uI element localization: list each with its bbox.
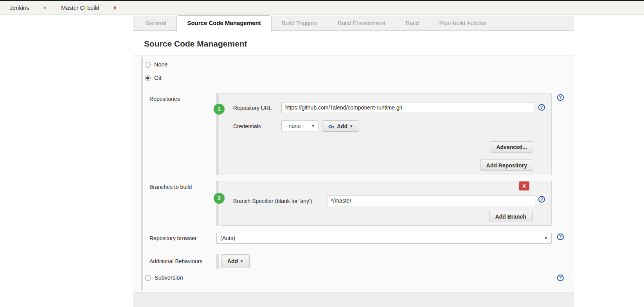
radio-none-label: None [154, 61, 168, 68]
delete-branch-button[interactable]: X [519, 181, 529, 190]
credentials-label: Credentials [233, 123, 261, 129]
page-title: Source Code Management [144, 39, 247, 48]
repository-browser-select[interactable]: (Auto) ▼ [216, 233, 552, 244]
chevron-right-icon[interactable] [114, 6, 117, 10]
add-behaviour-button[interactable]: Add ▼ [221, 254, 250, 268]
git-help-icon[interactable]: ? [557, 94, 564, 101]
radio-git[interactable] [145, 75, 151, 81]
repository-browser-help-icon[interactable]: ? [557, 233, 564, 240]
breadcrumb: Jenkins Master CI build [0, 1, 644, 15]
credentials-selected-value: - none - [285, 123, 304, 129]
section-indent-bar [141, 57, 143, 290]
branches-fieldset: X Branch Specifier (blank for 'any') ? A… [220, 181, 552, 226]
breadcrumb-jenkins-link[interactable]: Jenkins [10, 5, 29, 11]
repository-browser-selected-value: (Auto) [220, 235, 235, 241]
tab-build[interactable]: Build [396, 16, 429, 31]
repository-browser-label: Repository browser [149, 235, 197, 241]
chevron-right-icon [44, 6, 46, 10]
caret-down-icon: ▼ [240, 259, 243, 263]
config-content: Source Code Management None Git Reposito… [133, 31, 574, 307]
repositories-label: Repositories [149, 96, 180, 102]
branch-specifier-label: Branch Specifier (blank for 'any') [233, 198, 312, 204]
tab-build-environment[interactable]: Build Environment [327, 16, 396, 31]
repository-url-input[interactable] [281, 102, 534, 113]
repository-url-help-icon[interactable]: ? [538, 104, 545, 111]
branch-specifier-input[interactable] [327, 195, 535, 206]
caret-down-icon: ▼ [349, 124, 353, 128]
advanced-button[interactable]: Advanced... [490, 141, 533, 153]
bottom-bar [133, 293, 574, 307]
branches-to-build-label: Branches to build [149, 184, 192, 190]
tab-post-build-actions[interactable]: Post-build Actions [429, 16, 496, 31]
repository-url-label: Repository URL [233, 105, 272, 111]
repository-fieldset: Repository URL ? Credentials - none - ▼ … [220, 93, 552, 175]
radio-none[interactable] [145, 62, 151, 68]
subversion-help-icon[interactable]: ? [557, 275, 564, 281]
key-icon [328, 123, 335, 129]
tab-source-code-management[interactable]: Source Code Management [176, 15, 271, 31]
branch-specifier-help-icon[interactable]: ? [538, 196, 545, 203]
step-badge-1: 1 [214, 104, 225, 115]
breadcrumb-job-link[interactable]: Master CI build [61, 5, 99, 11]
jenkins-config-page: Jenkins Master CI build General Source C… [0, 0, 644, 307]
tab-build-triggers[interactable]: Build Triggers [272, 16, 328, 31]
scm-option-subversion[interactable]: Subversion [145, 275, 183, 281]
radio-git-label: Git [154, 75, 162, 81]
additional-behaviours-label: Additional Behaviours [149, 258, 202, 264]
behaviours-indent-bar [216, 254, 219, 269]
chevron-down-icon: ▼ [540, 236, 548, 240]
add-credentials-label: Add [337, 123, 347, 129]
scm-option-none[interactable]: None [145, 61, 168, 68]
radio-subversion[interactable] [145, 275, 151, 281]
config-tab-bar: General Source Code Management Build Tri… [133, 16, 574, 31]
radio-subversion-label: Subversion [155, 275, 183, 281]
add-credentials-button[interactable]: Add ▼ [322, 120, 359, 132]
chevron-down-icon: ▼ [308, 124, 315, 128]
scm-option-git[interactable]: Git [145, 75, 162, 81]
add-repository-button[interactable]: Add Repository [480, 160, 533, 171]
add-branch-button[interactable]: Add Branch [489, 211, 532, 222]
step-badge-2: 2 [214, 193, 225, 204]
tab-general[interactable]: General [135, 16, 176, 31]
add-behaviour-label: Add [227, 258, 238, 264]
credentials-select[interactable]: - none - ▼ [281, 120, 319, 131]
